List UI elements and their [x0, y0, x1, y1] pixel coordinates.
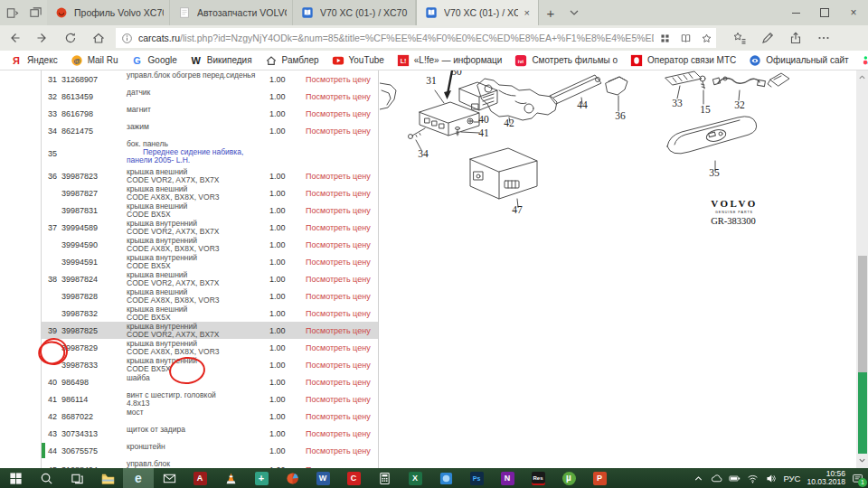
plus-app-taskbar-icon[interactable]: +: [246, 468, 277, 488]
edge-taskbar-icon[interactable]: e: [123, 468, 154, 488]
volume-icon[interactable]: [765, 473, 777, 484]
price-link[interactable]: Посмотреть цену: [297, 412, 378, 421]
blue-app-taskbar-icon[interactable]: [430, 468, 461, 488]
excel-taskbar-icon[interactable]: X: [400, 468, 430, 488]
home-button[interactable]: [84, 25, 112, 51]
price-link[interactable]: Посмотреть цену: [297, 223, 378, 232]
price-link[interactable]: Посмотреть цену: [297, 127, 378, 136]
favorite-mailru[interactable]: @Mail Ru: [64, 54, 125, 67]
utorrent-taskbar-icon[interactable]: µ: [553, 468, 584, 488]
tray-chevron-up-icon[interactable]: [693, 473, 704, 484]
add-favorite-star-icon[interactable]: [701, 33, 712, 44]
price-link[interactable]: Посмотреть цену: [297, 361, 378, 370]
price-link[interactable]: Посмотреть цену: [297, 446, 378, 455]
action-center-icon[interactable]: 1: [852, 473, 863, 484]
favorite-avito[interactable]: Доска объявлений с: [855, 54, 868, 67]
browser-tab[interactable]: Профиль Volvo XC70 Cross: [47, 0, 170, 25]
site-info-icon[interactable]: [121, 33, 133, 44]
price-link[interactable]: Посмотреть цену: [297, 275, 378, 284]
quantity: 1.00: [269, 275, 297, 284]
favorite-mts[interactable]: Оператор связи МТС: [624, 54, 742, 67]
row-number: 33: [42, 109, 61, 118]
scroll-down-icon[interactable]: [856, 454, 868, 466]
new-tab-button[interactable]: +: [539, 0, 562, 25]
price-link[interactable]: Посмотреть цену: [297, 92, 378, 101]
start-taskbar-icon[interactable]: [0, 468, 31, 488]
favorite-life[interactable]: L!«L!fe» — информаци: [391, 54, 509, 67]
price-link[interactable]: Посмотреть цену: [297, 172, 378, 181]
red-c-app-taskbar-icon[interactable]: C: [338, 468, 369, 488]
price-link[interactable]: Посмотреть цену: [297, 75, 378, 84]
price-link[interactable]: Посмотреть цену: [297, 378, 378, 387]
part-label: 30: [451, 70, 462, 77]
price-link[interactable]: Посмотреть цену: [297, 292, 378, 301]
mail-taskbar-icon[interactable]: [154, 468, 184, 488]
price-link[interactable]: Посмотреть цену: [297, 309, 378, 318]
quantity: 1.00: [269, 378, 297, 387]
battery-icon[interactable]: [729, 473, 741, 484]
hub-icon[interactable]: [725, 25, 753, 51]
page-scrollbar[interactable]: [856, 70, 868, 468]
restore-button[interactable]: [810, 0, 839, 25]
clock[interactable]: 10:56 10.03.2018: [807, 470, 845, 487]
favorite-bluecircle[interactable]: Официальный сайт: [742, 54, 854, 67]
language-indicator[interactable]: РУС: [783, 474, 800, 483]
address-bar[interactable]: carcats.ru/list.php?id=NzgyNjY4ODk=&num=…: [116, 28, 716, 48]
acrobat-taskbar-icon[interactable]: A: [184, 468, 215, 488]
vlc-taskbar-icon[interactable]: [215, 468, 246, 488]
price-link[interactable]: Посмотреть цену: [297, 206, 378, 215]
word-taskbar-icon[interactable]: W: [307, 468, 338, 488]
back-button[interactable]: [0, 25, 28, 51]
tab-list-chevron-icon[interactable]: [562, 0, 586, 25]
yandex-icon: Я: [10, 54, 23, 67]
onenote-taskbar-icon[interactable]: N: [492, 468, 523, 488]
price-link[interactable]: Посмотреть цену: [297, 429, 378, 438]
powerpoint-taskbar-icon[interactable]: P: [584, 468, 615, 488]
web-note-pen-icon[interactable]: [753, 25, 781, 51]
scroll-up-icon[interactable]: [856, 70, 868, 83]
favorite-rambler[interactable]: Рамблер: [259, 54, 326, 67]
section-link[interactable]: панели 2005- L.H.: [127, 156, 269, 164]
favorite-ivi[interactable]: iviСмотреть фильмы о: [508, 54, 624, 67]
price-link[interactable]: Посмотреть цену: [297, 189, 378, 198]
favorite-wikipedia[interactable]: WВикипедия: [184, 54, 259, 67]
parts-diagram: 31304041423444363315324735 VOLVO GENUINE…: [380, 70, 856, 468]
reading-view-icon[interactable]: [680, 33, 692, 44]
ccleaner-taskbar-icon[interactable]: [277, 468, 307, 488]
tab-close-icon[interactable]: ×: [522, 7, 533, 18]
table-row: 39987832крышка внешнийCODE BX5X1.00Посмо…: [42, 305, 378, 322]
price-link[interactable]: Посмотреть цену: [297, 326, 378, 335]
browser-tab[interactable]: V70 XC (01-) / XC70 (-07), 2: [293, 0, 416, 25]
price-link[interactable]: Посмотреть цену: [297, 109, 378, 118]
price-link[interactable]: Посмотреть цену: [297, 240, 378, 249]
grid-icon[interactable]: [659, 33, 671, 44]
part-label: 32: [734, 99, 745, 110]
search-taskbar-icon[interactable]: [31, 468, 61, 488]
close-button[interactable]: ×: [839, 0, 868, 25]
onedrive-cloud-icon[interactable]: [711, 473, 722, 484]
favorite-youtube[interactable]: YouTube: [326, 54, 391, 67]
forward-button[interactable]: [28, 25, 56, 51]
browser-tab[interactable]: Автозапчасти VOLVO - эле: [170, 0, 293, 25]
explorer-taskbar-icon[interactable]: [92, 468, 123, 488]
tab-preview-icon[interactable]: [24, 0, 47, 25]
refresh-button[interactable]: [56, 25, 84, 51]
task-view-taskbar-icon[interactable]: [61, 468, 92, 488]
network-wifi-icon[interactable]: [747, 473, 759, 484]
price-link[interactable]: Посмотреть цену: [297, 343, 378, 352]
part-code: 8687022: [61, 412, 127, 421]
favorite-yandex[interactable]: ЯЯндекс: [4, 54, 64, 67]
browser-tab[interactable]: V70 XC (01-) / XC70 (-0×: [416, 0, 539, 25]
favorite-google[interactable]: GGoogle: [125, 54, 184, 67]
more-options-icon[interactable]: [809, 25, 837, 51]
res-app-taskbar-icon[interactable]: Res: [523, 468, 553, 488]
photoshop-taskbar-icon[interactable]: Ps: [461, 468, 492, 488]
calculator-taskbar-icon[interactable]: [369, 468, 400, 488]
minimize-button[interactable]: [781, 0, 810, 25]
set-aside-tabs-icon[interactable]: [0, 0, 24, 25]
price-link[interactable]: Посмотреть цену: [297, 395, 378, 404]
price-link[interactable]: Посмотреть цену: [297, 459, 378, 468]
price-link[interactable]: Посмотреть цену: [297, 258, 378, 267]
scrollbar-thumb[interactable]: [858, 256, 867, 372]
share-icon[interactable]: [781, 25, 809, 51]
